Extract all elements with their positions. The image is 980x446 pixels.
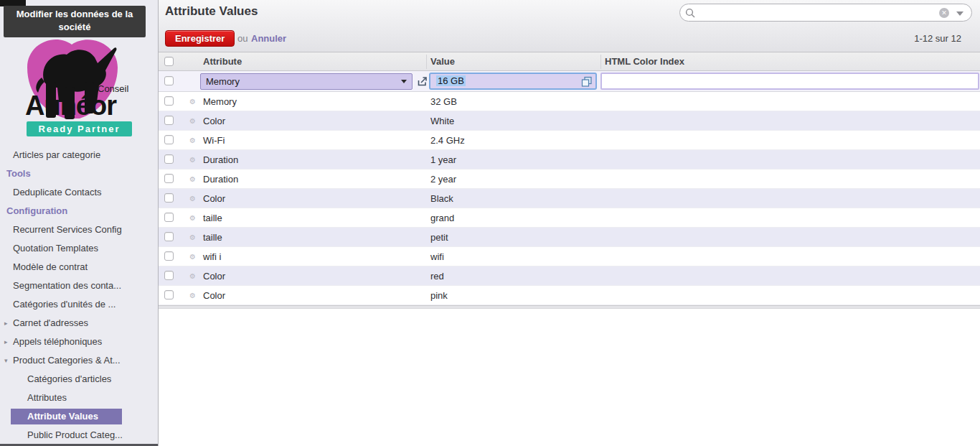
value-cell: red (430, 266, 444, 286)
chevron-right-icon: ▸ (4, 314, 11, 333)
main-content: Attribute Values ✕ Enregistrer ou Annule… (159, 0, 980, 446)
row-checkbox[interactable] (164, 135, 174, 144)
row-checkbox[interactable] (164, 213, 174, 222)
sidebar: Modifier les données de la société Conse… (0, 0, 159, 446)
search-icon (685, 8, 695, 18)
value-input-selected-text: 16 GB (436, 75, 466, 86)
table-row[interactable]: ⚙ Color Black (159, 189, 980, 208)
value-cell: 2 year (430, 169, 456, 189)
copy-icon[interactable] (581, 76, 593, 88)
row-checkbox[interactable] (164, 232, 174, 241)
table-body: ⚙ Memory 32 GB ⚙ Color White ⚙ Wi-Fi 2.4… (159, 92, 980, 305)
sidebar-item-tools: Tools (0, 164, 158, 183)
attribute-cell: Color (203, 286, 225, 305)
column-divider (600, 55, 601, 69)
attribute-cell: Color (203, 111, 225, 131)
value-cell: pink (430, 286, 448, 305)
cancel-link[interactable]: Annuler (251, 33, 286, 44)
gear-icon: ⚙ (189, 286, 196, 305)
sidebar-item-quotation-templates[interactable]: Quotation Templates (0, 239, 158, 258)
gear-icon: ⚙ (189, 169, 196, 189)
row-checkbox[interactable] (164, 174, 174, 183)
value-cell: wifi (430, 247, 444, 266)
value-cell: 32 GB (430, 92, 457, 111)
company-tooltip: Modifier les données de la société (4, 6, 146, 37)
edit-row: Memory 16 GB (159, 71, 980, 92)
value-cell: 2.4 GHz (430, 131, 465, 150)
attribute-cell: Color (203, 189, 225, 208)
gear-icon: ⚙ (189, 266, 196, 286)
row-checkbox[interactable] (164, 290, 174, 299)
chevron-down-icon: ▾ (4, 351, 11, 370)
logo-ready-partner-badge: Ready Partner (27, 121, 132, 136)
table-row[interactable]: ⚙ taille petit (159, 228, 980, 247)
sidebar-item-modele-de-contrat[interactable]: Modèle de contrat (0, 258, 158, 277)
pagination-label: 1-12 sur 12 (914, 33, 961, 44)
row-checkbox[interactable] (164, 193, 174, 203)
row-checkbox[interactable] (164, 251, 174, 261)
column-divider (426, 55, 427, 69)
clear-search-icon[interactable]: ✕ (939, 8, 949, 18)
app-window: Modifier les données de la société Conse… (0, 0, 980, 446)
sidebar-item-categories-articles[interactable]: Catégories d'articles (0, 370, 158, 389)
search-bar[interactable]: ✕ (679, 4, 972, 22)
value-cell: White (430, 111, 454, 131)
row-checkbox[interactable] (164, 271, 174, 280)
table-row[interactable]: ⚙ wifi i wifi (159, 247, 980, 266)
select-all-checkbox[interactable] (164, 57, 174, 66)
row-checkbox[interactable] (164, 154, 174, 164)
value-cell: 1 year (430, 150, 456, 169)
sidebar-item-product-categories-attributes[interactable]: ▾ Product Categories & At... (0, 351, 158, 370)
value-cell: grand (430, 208, 454, 228)
attribute-cell: Duration (203, 150, 238, 169)
table-row[interactable]: ⚙ Memory 32 GB (159, 92, 980, 111)
table-row[interactable]: ⚙ Color pink (159, 286, 980, 305)
sidebar-item-public-product-categories[interactable]: Public Product Categ... (0, 426, 158, 445)
sidebar-nav: Articles par categorie Tools Deduplicate… (0, 146, 158, 445)
sidebar-item-appels-telephoniques[interactable]: ▸ Appels téléphoniques (0, 333, 158, 351)
sidebar-item-articles-par-categorie[interactable]: Articles par categorie (0, 146, 158, 164)
logo-brand-text: Aunéor (25, 90, 116, 121)
table-row[interactable]: ⚙ Wi-Fi 2.4 GHz (159, 131, 980, 150)
gear-icon: ⚙ (189, 131, 196, 150)
sidebar-item-attributes[interactable]: Attributes (0, 389, 158, 407)
attribute-select-value: Memory (206, 76, 240, 87)
row-checkbox[interactable] (164, 116, 174, 125)
gear-icon: ⚙ (189, 189, 196, 208)
sidebar-item-categories-unites[interactable]: Catégories d'unités de ... (0, 295, 158, 314)
value-input[interactable]: 16 GB (429, 73, 597, 90)
sidebar-item-attribute-values[interactable]: Attribute Values (11, 409, 122, 424)
attribute-cell: taille (203, 208, 222, 228)
gear-icon: ⚙ (189, 228, 196, 247)
gear-icon: ⚙ (189, 92, 196, 111)
column-header-html-color-index: HTML Color Index (605, 56, 684, 67)
table-row[interactable]: ⚙ Duration 2 year (159, 169, 980, 189)
sidebar-item-segmentation-des-contacts[interactable]: Segmentation des conta... (0, 277, 158, 295)
column-header-value: Value (430, 56, 455, 67)
save-button[interactable]: Enregistrer (165, 30, 235, 47)
attribute-cell: taille (203, 228, 222, 247)
page-title: Attribute Values (165, 4, 258, 19)
sidebar-item-recurrent-services-config[interactable]: Recurrent Services Config (0, 220, 158, 239)
gear-icon: ⚙ (189, 247, 196, 266)
sidebar-item-carnet-adresses[interactable]: ▸ Carnet d'adresses (0, 314, 158, 333)
open-record-icon[interactable] (416, 75, 428, 88)
attribute-select[interactable]: Memory (200, 73, 413, 90)
company-logo: Conseil Aunéor Ready Partner (0, 32, 158, 143)
table-row[interactable]: ⚙ Color red (159, 266, 980, 286)
row-checkbox[interactable] (164, 76, 174, 85)
html-color-index-input[interactable] (600, 73, 979, 90)
attribute-cell: Memory (203, 92, 237, 111)
attribute-cell: Wi-Fi (203, 131, 225, 150)
table-row[interactable]: ⚙ Duration 1 year (159, 150, 980, 169)
sidebar-item-deduplicate-contacts[interactable]: Deduplicate Contacts (0, 183, 158, 202)
value-cell: Black (430, 189, 453, 208)
attribute-cell: wifi i (203, 247, 221, 266)
attribute-cell: Duration (203, 169, 238, 189)
row-checkbox[interactable] (164, 96, 174, 106)
table-row[interactable]: ⚙ taille grand (159, 208, 980, 228)
search-input[interactable] (700, 6, 937, 19)
table-row[interactable]: ⚙ Color White (159, 111, 980, 131)
search-options-caret-icon[interactable] (956, 11, 963, 16)
column-header-attribute: Attribute (203, 56, 242, 67)
